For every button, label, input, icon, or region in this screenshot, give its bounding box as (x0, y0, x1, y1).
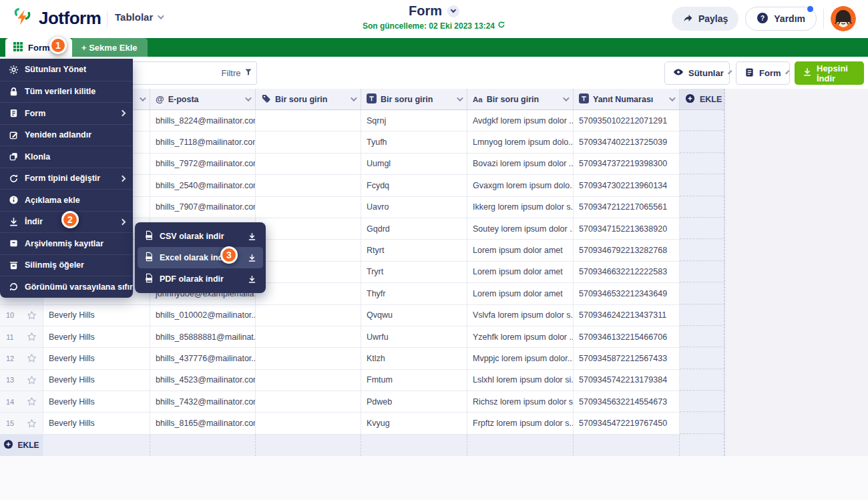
cell-short[interactable]: Tryrt (361, 262, 467, 282)
cell-name[interactable]: Beverly Hills (43, 326, 150, 347)
cell-short[interactable]: Uavro (361, 197, 467, 218)
cell-id[interactable]: 5709345742213179384 (574, 370, 680, 391)
cell-text[interactable]: Yzehfk lorem ipsum dolor ... (467, 326, 574, 347)
form-view-button[interactable]: Form (736, 61, 790, 85)
cell-name[interactable]: Beverly Hills (43, 370, 150, 391)
menu-item-form[interactable]: Form (0, 102, 133, 124)
add-column-button[interactable]: EKLE (680, 89, 724, 109)
cell-email[interactable]: bhills_7907@mailinator.com (150, 197, 256, 218)
cell-text[interactable]: Vslvfa lorem ipsum dolor s... (467, 305, 574, 326)
star-icon[interactable] (20, 391, 43, 412)
workspace-switcher[interactable]: Tablolar (115, 11, 162, 23)
cell-id[interactable]: 5709346532212343649 (574, 283, 680, 304)
cell-id[interactable]: 5709346242213437311 (574, 305, 680, 326)
star-icon[interactable] (20, 370, 43, 391)
cell-id[interactable]: 5709347372219398300 (574, 154, 680, 174)
cell-short[interactable]: Sqrnj (361, 110, 467, 131)
cell-text[interactable]: Lorem ipsum dolor amet (467, 283, 574, 304)
cell-text[interactable]: Lorem ipsum dolor amet (467, 262, 574, 282)
cell-name[interactable]: Beverly Hills (43, 413, 150, 433)
menu-item-switch[interactable]: Form tipini değiştir (0, 168, 133, 190)
submenu-item-pdf[interactable]: PDF olarak indir (138, 268, 263, 290)
column-header[interactable]: AaBir soru girin (467, 89, 574, 109)
cell-email[interactable]: bhills_4523@mailinator.com (150, 370, 256, 391)
cell-tag[interactable] (256, 154, 361, 174)
cell-tag[interactable] (256, 370, 361, 391)
cell-short[interactable]: Tyufh (361, 132, 467, 152)
cell-id[interactable]: 5709347302213960134 (574, 175, 680, 196)
column-header[interactable]: @E-posta (150, 89, 256, 109)
cell-text[interactable]: Avdgkf lorem ipsum dolor ... (467, 110, 574, 131)
cell-tag[interactable] (256, 240, 361, 260)
cell-text[interactable]: Lorem ipsum dolor amet (467, 240, 574, 260)
avatar[interactable] (831, 6, 856, 31)
menu-item-archive[interactable]: Arşivlenmiş kayıtlar (0, 232, 133, 254)
star-icon[interactable] (20, 413, 43, 433)
cell-id[interactable]: 5709345872212567433 (574, 348, 680, 368)
cell-email[interactable]: bhills_2540@mailinator.com (150, 175, 256, 196)
cell-name[interactable]: Beverly Hills (43, 305, 150, 326)
menu-item-trash[interactable]: Silinmiş öğeler (0, 254, 133, 276)
cell-email[interactable]: bhills_7972@mailinator.com (150, 154, 256, 174)
cell-name[interactable]: Beverly Hills (43, 348, 150, 368)
cell-tag[interactable] (256, 218, 361, 239)
cell-tag[interactable] (256, 391, 361, 412)
menu-item-reset[interactable]: Görünümü varsayılana sıfırla (0, 276, 133, 298)
cell-text[interactable]: Mvppjc lorem ipsum dolor... (467, 348, 574, 368)
cell-short[interactable]: Fcydq (361, 175, 467, 196)
cell-email[interactable]: bhills_8224@mailinator.com (150, 110, 256, 131)
columns-button[interactable]: Sütunlar (664, 61, 730, 85)
cell-short[interactable]: Kvyug (361, 413, 467, 433)
cell-id[interactable]: 5709346792213282768 (574, 240, 680, 260)
add-row-button[interactable]: EKLE (0, 435, 43, 456)
cell-text[interactable]: Richsz lorem ipsum dolor s... (467, 391, 574, 412)
cell-tag[interactable] (256, 348, 361, 368)
menu-item-lock[interactable]: Tüm verileri kilitle (0, 81, 133, 103)
cell-id[interactable]: 5709347402213725039 (574, 132, 680, 152)
cell-short[interactable]: Rtyrt (361, 240, 467, 260)
cell-text[interactable]: Ikkerg lorem ipsum dolor s... (467, 197, 574, 218)
cell-id[interactable]: 5709347152213638920 (574, 218, 680, 239)
menu-item-clone[interactable]: Klonla (0, 146, 133, 168)
cell-short[interactable]: Thyfr (361, 283, 467, 304)
menu-item-info[interactable]: Açıklama ekle (0, 189, 133, 211)
cell-short[interactable]: Fmtum (361, 370, 467, 391)
cell-text[interactable]: Lmnyog lorem ipsum dolo... (467, 132, 574, 152)
cell-email[interactable]: bhills_437776@mailinator.... (150, 348, 256, 368)
filter-button[interactable]: Filtre (218, 61, 257, 85)
submenu-item-xlsx[interactable]: Excel olarak indir (138, 247, 263, 268)
cell-email[interactable]: bhills_010002@mailinator.... (150, 305, 256, 326)
cell-short[interactable]: Ktlzh (361, 348, 467, 368)
jotform-logo[interactable]: Jotform (12, 7, 101, 29)
column-header[interactable]: Bir soru girin (361, 89, 467, 109)
cell-tag[interactable] (256, 175, 361, 196)
cell-tag[interactable] (256, 305, 361, 326)
download-all-button[interactable]: Hepsini İndir (795, 61, 864, 85)
share-button[interactable]: Paylaş (672, 7, 738, 31)
cell-text[interactable]: Gvaxgm lorem ipsum dolo... (467, 175, 574, 196)
cell-short[interactable]: Qvqwu (361, 305, 467, 326)
cell-id[interactable]: 5709347212217065561 (574, 197, 680, 218)
cell-text[interactable]: Frpftz lorem ipsum dolor s... (467, 413, 574, 433)
title-dropdown[interactable] (447, 5, 459, 17)
cell-id[interactable]: 5709350102212071291 (574, 110, 680, 131)
cell-email[interactable]: bhills_7432@mailinator.com (150, 391, 256, 412)
cell-text[interactable]: Soutey lorem ipsum dolor ... (467, 218, 574, 239)
star-icon[interactable] (20, 305, 43, 326)
cell-short[interactable]: Uwrfu (361, 326, 467, 347)
cell-name[interactable]: Beverly Hills (43, 391, 150, 412)
cell-short[interactable]: Pdweb (361, 391, 467, 412)
cell-tag[interactable] (256, 413, 361, 433)
cell-tag[interactable] (256, 283, 361, 304)
cell-id[interactable]: 5709345472219767450 (574, 413, 680, 433)
cell-email[interactable]: bhills_8165@mailinator.com (150, 413, 256, 433)
add-tab-button[interactable]: + Sekme Ekle (71, 38, 148, 57)
menu-item-gear[interactable]: Sütunları Yönet (0, 59, 133, 81)
cell-id[interactable]: 5709345632214554673 (574, 391, 680, 412)
cell-email[interactable]: bhills_7118@mailinator.com (150, 132, 256, 152)
cell-email[interactable]: bhills_85888881@mailinat... (150, 326, 256, 347)
submenu-item-csv[interactable]: CSV olarak indir (138, 226, 263, 247)
cell-short[interactable]: Uumgl (361, 154, 467, 174)
star-icon[interactable] (20, 326, 43, 347)
column-header[interactable]: Bir soru girin (256, 89, 361, 109)
